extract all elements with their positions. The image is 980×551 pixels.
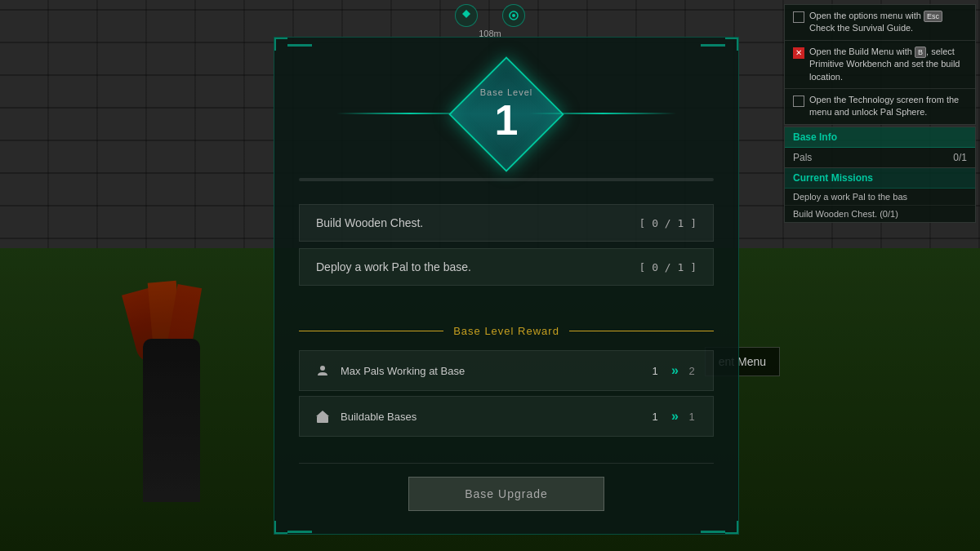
base-info-header: Base Info [785, 127, 975, 148]
missions-mini-item-1: Deploy a work Pal to the bas [785, 189, 975, 206]
mission-2-progress: [ 0 / 1 ] [639, 261, 697, 273]
mission-2-text: Deploy a work Pal to the base. [316, 260, 471, 273]
reward-2-current: 1 [647, 411, 663, 423]
bottom-divider [299, 463, 714, 464]
hud-item-3: Open the Technology screen from the menu… [785, 89, 975, 124]
base-icon [313, 407, 332, 426]
missions-mini-item-2: Build Wooden Chest. (0/1) [785, 206, 975, 222]
missions-mini-panel: Current Missions Deploy a work Pal to th… [784, 167, 976, 223]
mission-item-2: Deploy a work Pal to the base. [ 0 / 1 ] [299, 248, 714, 286]
progress-bar-area [274, 171, 738, 188]
mission-1-text: Build Wooden Chest. [316, 216, 423, 229]
reward-1-label: Max Pals Working at Base [341, 365, 639, 377]
circuit-line-right [529, 113, 676, 114]
pals-icon [313, 361, 332, 380]
hud-checkbox-1 [793, 11, 804, 23]
minimap-area: 108m [455, 4, 525, 38]
minimap-icon-1 [455, 4, 478, 27]
panel-corner-tr [725, 38, 738, 51]
reward-1-next: 2 [684, 365, 700, 377]
panel-bottombar [274, 524, 738, 540]
hud-item-2: Open the Build Menu with B, select Primi… [785, 41, 975, 89]
panel-corner-tl [274, 38, 287, 51]
base-level-area: Base Level 1 [274, 53, 738, 171]
missions-area: Build Wooden Chest. [ 0 / 1 ] Deploy a w… [274, 188, 738, 300]
panel-corner-bl [274, 521, 287, 534]
hud-text-3: Open the Technology screen from the menu… [809, 94, 967, 119]
reward-item-1: Max Pals Working at Base 1 » 2 [299, 350, 714, 391]
base-info-row-pals: Pals 0/1 [785, 148, 975, 167]
mission-item-1: Build Wooden Chest. [ 0 / 1 ] [299, 204, 714, 242]
base-level-number: 1 [480, 99, 532, 141]
hud-text-1: Open the options menu with Esc Check the… [809, 10, 967, 35]
reward-section: Base Level Reward Max Pals Working at Ba… [274, 300, 738, 450]
arrow-icon-2: » [671, 409, 675, 424]
base-upgrade-button[interactable]: Base Upgrade [408, 477, 604, 511]
hud-key-esc: Esc [924, 11, 942, 23]
reward-line-left [299, 331, 443, 331]
reward-line-right [569, 331, 714, 331]
svg-point-3 [320, 366, 325, 371]
hud-panel: Open the options menu with Esc Check the… [784, 4, 976, 125]
reward-item-2: Buildable Bases 1 » 1 [299, 396, 714, 437]
progress-bar-bg [299, 178, 714, 181]
minimap-icon-2 [502, 4, 525, 27]
hud-key-b: B [915, 47, 926, 59]
reward-2-next: 1 [684, 411, 700, 423]
svg-point-2 [512, 14, 515, 17]
pals-label: Pals [793, 152, 812, 163]
hud-checkbox-2 [793, 47, 804, 59]
mission-1-progress: [ 0 / 1 ] [639, 217, 697, 229]
bottombar-dash-right [701, 531, 725, 533]
hud-checkbox-3 [793, 96, 804, 107]
reward-divider: Base Level Reward [299, 325, 714, 337]
panel-topbar [274, 38, 738, 53]
topbar-dash-right [701, 44, 725, 47]
missions-mini-header: Current Missions [785, 168, 975, 189]
diamond-text: Base Level 1 [480, 87, 532, 141]
pals-value: 0/1 [953, 152, 967, 163]
panel-corner-br [725, 521, 738, 534]
bottombar-dash-left [287, 531, 312, 533]
reward-1-current: 1 [647, 365, 663, 377]
reward-2-label: Buildable Bases [341, 411, 639, 423]
hud-text-2: Open the Build Menu with B, select Primi… [809, 46, 967, 83]
base-level-diamond: Base Level 1 [453, 61, 559, 167]
reward-title: Base Level Reward [453, 325, 559, 337]
main-panel: Base Level 1 Build Wooden Chest. [ 0 / 1… [274, 37, 739, 535]
base-info-panel: Base Info Pals 0/1 [784, 127, 976, 168]
svg-rect-4 [317, 416, 328, 423]
arrow-icon-1: » [671, 363, 675, 378]
hud-item-1: Open the options menu with Esc Check the… [785, 5, 975, 41]
topbar-dash-left [287, 44, 312, 47]
